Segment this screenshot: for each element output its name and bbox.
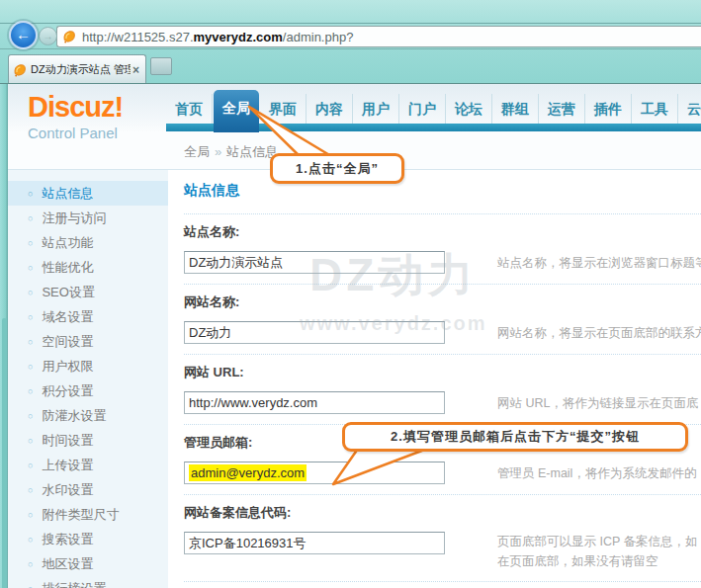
tab-title: DZ动力演示站点 管理中心 ...: [31, 62, 131, 77]
bullet-icon: ○: [28, 559, 33, 569]
sidebar-item-domain[interactable]: ○域名设置: [8, 304, 168, 329]
url-suffix: /admin.php?: [283, 30, 354, 44]
browser-tab-row: DZ动力演示站点 管理中心 ... ×: [0, 49, 701, 84]
sidebar-item-seo[interactable]: ○SEO设置: [8, 280, 168, 304]
address-bar[interactable]: http://w211525.s27.myverydz.com/admin.ph…: [56, 26, 701, 47]
new-tab-stub[interactable]: [150, 57, 172, 75]
sidebar-item-label: 地区设置: [42, 556, 93, 571]
sidebar-item-label: 空间设置: [42, 334, 93, 349]
field-label: 网站 URL:: [184, 364, 701, 381]
bullet-icon: ○: [28, 337, 33, 347]
nav-item-content[interactable]: 内容: [307, 94, 353, 124]
callout-step1: 1.点击“全局”: [270, 153, 404, 184]
sidebar-item-site-features[interactable]: ○站点功能: [8, 230, 168, 255]
sidebar-item-label: 域名设置: [42, 309, 93, 324]
bullet-icon: ○: [28, 312, 33, 322]
sidebar-item-register-access[interactable]: ○注册与访问: [8, 206, 168, 230]
nav-item-plugin[interactable]: 插件: [585, 94, 632, 124]
top-nav: 首页 全局 界面 内容 用户 门户 论坛 群组 运营 插件 工具 云平台 站长: [166, 94, 701, 124]
bullet-icon: ○: [28, 461, 33, 470]
url-text: http://w211525.s27.myverydz.com/admin.ph…: [82, 30, 353, 44]
sidebar-item-label: 时间设置: [42, 433, 93, 448]
field-help-line1: 页面底部可以显示 ICP 备案信息，如: [497, 532, 698, 551]
sidebar-item-site-info[interactable]: ○站点信息: [8, 181, 168, 206]
sidebar-item-region[interactable]: ○地区设置: [8, 551, 168, 576]
browser-forward-button[interactable]: →: [39, 27, 57, 45]
sidebar-item-label: 注册与访问: [42, 210, 106, 225]
sidebar-item-label: 用户权限: [42, 359, 93, 374]
bullet-icon: ○: [28, 288, 33, 297]
sidebar-item-performance[interactable]: ○性能优化: [8, 255, 168, 280]
field-row-site-name: 站点名称: DZ动力演示站点 站点名称，将显示在浏览器窗口标题等: [184, 214, 701, 285]
sidebar-item-label: 积分设置: [42, 383, 93, 398]
sidebar-item-credits[interactable]: ○积分设置: [8, 378, 168, 403]
sidebar-item-label: 站点功能: [42, 235, 93, 250]
bullet-icon: ○: [28, 485, 33, 495]
main-content: 站点信息 站点名称: DZ动力演示站点 站点名称，将显示在浏览器窗口标题等 网站…: [168, 170, 701, 588]
url-domain: myverydz.com: [194, 30, 283, 44]
nav-item-ui[interactable]: 界面: [260, 94, 307, 124]
sidebar-item-label: 防灌水设置: [42, 408, 106, 423]
nav-item-group[interactable]: 群组: [492, 94, 539, 124]
sidebar-item-user-permission[interactable]: ○用户权限: [8, 354, 168, 378]
browser-tab[interactable]: DZ动力演示站点 管理中心 ... ×: [8, 54, 146, 84]
nav-item-ops[interactable]: 运营: [539, 94, 585, 124]
page-title: 站点信息: [184, 182, 701, 214]
sidebar-item-label: SEO设置: [42, 285, 94, 299]
bullet-icon: ○: [28, 510, 33, 520]
field-row-icp-code: 网站备案信息代码: 京ICP备10216931号 页面底部可以显示 ICP 备案…: [184, 495, 701, 582]
input-value: DZ动力: [189, 325, 231, 340]
browser-back-button[interactable]: ←: [9, 21, 38, 49]
bullet-icon: ○: [28, 238, 33, 248]
logo-text: Discuz!: [28, 91, 123, 124]
bullet-icon: ○: [28, 213, 33, 223]
sidebar-item-label: 排行榜设置: [42, 581, 106, 588]
sidebar-item-time[interactable]: ○时间设置: [8, 428, 168, 453]
callout-step2: 2.填写管理员邮箱后点击下方“提交”按钮: [342, 422, 688, 452]
sidebar-item-anti-spam[interactable]: ○防灌水设置: [8, 403, 168, 428]
nav-item-portal[interactable]: 门户: [399, 94, 446, 124]
field-help: 网站名称，将显示在页面底部的联系方: [497, 323, 701, 343]
sidebar-item-attachment-type[interactable]: ○附件类型尺寸: [8, 502, 168, 527]
nav-item-home[interactable]: 首页: [166, 94, 213, 124]
breadcrumb-parent[interactable]: 全局: [184, 144, 210, 159]
sidebar-item-label: 上传设置: [42, 458, 93, 472]
field-help: 网站 URL，将作为链接显示在页面底: [497, 393, 698, 413]
nav-item-user[interactable]: 用户: [353, 94, 399, 124]
icp-code-input[interactable]: 京ICP备10216931号: [184, 532, 445, 554]
logo-subtitle: Control Panel: [28, 125, 123, 141]
sidebar: ○站点信息 ○注册与访问 ○站点功能 ○性能优化 ○SEO设置 ○域名设置 ○空…: [8, 170, 168, 588]
admin-email-input[interactable]: admin@verydz.com: [184, 462, 445, 484]
input-value: http://www.verydz.com: [189, 395, 317, 410]
sidebar-item-label: 附件类型尺寸: [42, 507, 119, 522]
sidebar-item-label: 搜索设置: [42, 532, 93, 546]
website-name-input[interactable]: DZ动力: [184, 321, 445, 344]
url-prefix: http://w211525.s27.: [82, 30, 194, 44]
bullet-icon: ○: [28, 386, 33, 396]
input-value: 京ICP备10216931号: [189, 536, 307, 550]
discuz-favicon-icon: [62, 30, 76, 43]
discuz-logo: Discuz! Control Panel: [28, 91, 123, 141]
nav-item-cloud[interactable]: 云平台: [678, 94, 701, 124]
website-url-input[interactable]: http://www.verydz.com: [184, 391, 445, 414]
bullet-icon: ○: [28, 535, 33, 545]
nav-item-tools[interactable]: 工具: [632, 94, 678, 124]
bullet-icon: ○: [28, 362, 33, 372]
input-value-highlighted: admin@verydz.com: [189, 464, 307, 481]
sidebar-item-upload[interactable]: ○上传设置: [8, 453, 168, 477]
sidebar-item-space[interactable]: ○空间设置: [8, 329, 168, 354]
divider: [0, 23, 701, 24]
breadcrumb-separator: »: [215, 144, 221, 159]
sidebar-item-label: 性能优化: [42, 260, 93, 275]
bullet-icon: ○: [28, 263, 33, 273]
site-name-input[interactable]: DZ动力演示站点: [184, 251, 445, 274]
sidebar-item-ranking[interactable]: ○排行榜设置: [8, 576, 168, 588]
sidebar-item-watermark[interactable]: ○水印设置: [8, 477, 168, 502]
window-left-border: [0, 84, 8, 588]
sidebar-item-search[interactable]: ○搜索设置: [8, 527, 168, 551]
nav-item-forum[interactable]: 论坛: [446, 94, 492, 124]
nav-item-global-active[interactable]: 全局: [214, 90, 259, 132]
tab-close-icon[interactable]: ×: [131, 63, 141, 77]
field-label: 网站名称:: [184, 294, 701, 311]
sidebar-item-label: 站点信息: [42, 186, 93, 201]
